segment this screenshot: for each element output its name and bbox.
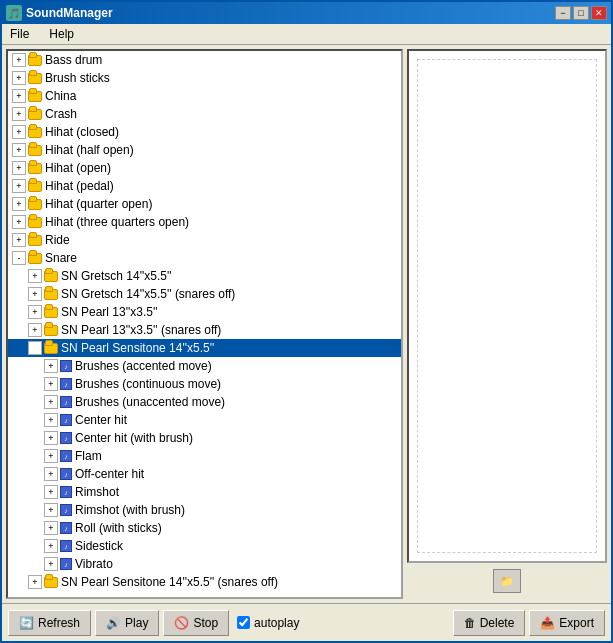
play-button[interactable]: 🔊 Play — [95, 610, 159, 636]
tree-expand-2[interactable]: + — [12, 71, 26, 85]
tree-label-15: SN Pearl 13''x3.5'' — [61, 305, 158, 319]
right-panel: 📁 — [407, 49, 607, 599]
tree-item-30[interactable]: +SN Pearl Sensitone 14''x5.5'' (snares o… — [8, 573, 401, 591]
menu-file[interactable]: File — [6, 26, 33, 42]
tree-item-25[interactable]: +♪Rimshot — [8, 483, 401, 501]
tree-label-8: Hihat (pedal) — [45, 179, 114, 193]
autoplay-checkbox[interactable] — [237, 616, 250, 629]
tree-label-16: SN Pearl 13''x3.5'' (snares off) — [61, 323, 221, 337]
tree-item-14[interactable]: +SN Gretsch 14''x5.5'' (snares off) — [8, 285, 401, 303]
tree-expand-29[interactable]: + — [44, 557, 58, 571]
tree-expand-21[interactable]: + — [44, 413, 58, 427]
tree-expand-28[interactable]: + — [44, 539, 58, 553]
maximize-button[interactable]: □ — [573, 6, 589, 20]
tree-item-28[interactable]: +♪Sidestick — [8, 537, 401, 555]
tree-item-24[interactable]: +♪Off-center hit — [8, 465, 401, 483]
tree-item-3[interactable]: +China — [8, 87, 401, 105]
minimize-button[interactable]: − — [555, 6, 571, 20]
tree-label-18: Brushes (accented move) — [75, 359, 212, 373]
tree-item-15[interactable]: +SN Pearl 13''x3.5'' — [8, 303, 401, 321]
sound-icon-20: ♪ — [60, 396, 72, 408]
menu-bar: File Help — [2, 24, 611, 45]
folder-icon-17 — [44, 343, 58, 354]
tree-item-7[interactable]: +Hihat (open) — [8, 159, 401, 177]
tree-item-27[interactable]: +♪Roll (with sticks) — [8, 519, 401, 537]
tree-expand-4[interactable]: + — [12, 107, 26, 121]
tree-expand-5[interactable]: + — [12, 125, 26, 139]
preview-box — [407, 49, 607, 563]
tree-item-4[interactable]: +Crash — [8, 105, 401, 123]
sound-icon-19: ♪ — [60, 378, 72, 390]
main-window: 🎵 SoundManager − □ ✕ File Help +Bass dru… — [0, 0, 613, 643]
tree-item-8[interactable]: +Hihat (pedal) — [8, 177, 401, 195]
tree-expand-20[interactable]: + — [44, 395, 58, 409]
tree-label-27: Roll (with sticks) — [75, 521, 162, 535]
tree-expand-27[interactable]: + — [44, 521, 58, 535]
close-button[interactable]: ✕ — [591, 6, 607, 20]
tree-expand-8[interactable]: + — [12, 179, 26, 193]
tree-label-29: Vibrato — [75, 557, 113, 571]
tree-expand-10[interactable]: + — [12, 215, 26, 229]
tree-expand-25[interactable]: + — [44, 485, 58, 499]
tree-label-20: Brushes (unaccented move) — [75, 395, 225, 409]
tree-expand-30[interactable]: + — [28, 575, 42, 589]
tree-item-26[interactable]: +♪Rimshot (with brush) — [8, 501, 401, 519]
tree-item-5[interactable]: +Hihat (closed) — [8, 123, 401, 141]
tree-label-30: SN Pearl Sensitone 14''x5.5'' (snares of… — [61, 575, 278, 589]
tree-expand-3[interactable]: + — [12, 89, 26, 103]
tree-item-22[interactable]: +♪Center hit (with brush) — [8, 429, 401, 447]
tree-item-10[interactable]: +Hihat (three quarters open) — [8, 213, 401, 231]
tree-panel[interactable]: +Bass drum+Brush sticks+China+Crash+Hiha… — [6, 49, 403, 599]
sound-icon-27: ♪ — [60, 522, 72, 534]
menu-help[interactable]: Help — [45, 26, 78, 42]
tree-item-29[interactable]: +♪Vibrato — [8, 555, 401, 573]
tree-item-20[interactable]: +♪Brushes (unaccented move) — [8, 393, 401, 411]
tree-expand-12[interactable]: - — [12, 251, 26, 265]
tree-expand-13[interactable]: + — [28, 269, 42, 283]
tree-item-17[interactable]: -SN Pearl Sensitone 14''x5.5'' — [8, 339, 401, 357]
tree-expand-16[interactable]: + — [28, 323, 42, 337]
sound-icon-29: ♪ — [60, 558, 72, 570]
tree-item-21[interactable]: +♪Center hit — [8, 411, 401, 429]
folder-icon-1 — [28, 55, 42, 66]
tree-expand-24[interactable]: + — [44, 467, 58, 481]
tree-expand-7[interactable]: + — [12, 161, 26, 175]
tree-expand-23[interactable]: + — [44, 449, 58, 463]
tree-expand-9[interactable]: + — [12, 197, 26, 211]
tree-item-1[interactable]: +Bass drum — [8, 51, 401, 69]
delete-button[interactable]: 🗑 Delete — [453, 610, 526, 636]
tree-expand-19[interactable]: + — [44, 377, 58, 391]
sound-icon-24: ♪ — [60, 468, 72, 480]
tree-item-6[interactable]: +Hihat (half open) — [8, 141, 401, 159]
tree-item-2[interactable]: +Brush sticks — [8, 69, 401, 87]
refresh-button[interactable]: 🔄 Refresh — [8, 610, 91, 636]
tree-expand-18[interactable]: + — [44, 359, 58, 373]
title-bar: 🎵 SoundManager − □ ✕ — [2, 2, 611, 24]
tree-expand-11[interactable]: + — [12, 233, 26, 247]
tree-label-9: Hihat (quarter open) — [45, 197, 152, 211]
sound-icon-18: ♪ — [60, 360, 72, 372]
tree-item-23[interactable]: +♪Flam — [8, 447, 401, 465]
tree-item-11[interactable]: +Ride — [8, 231, 401, 249]
tree-expand-22[interactable]: + — [44, 431, 58, 445]
tree-item-19[interactable]: +♪Brushes (continuous move) — [8, 375, 401, 393]
tree-item-18[interactable]: +♪Brushes (accented move) — [8, 357, 401, 375]
export-button[interactable]: 📤 Export — [529, 610, 605, 636]
tree-expand-15[interactable]: + — [28, 305, 42, 319]
tree-item-13[interactable]: +SN Gretsch 14''x5.5'' — [8, 267, 401, 285]
tree-expand-1[interactable]: + — [12, 53, 26, 67]
folder-icon-11 — [28, 235, 42, 246]
tree-expand-17[interactable]: - — [28, 341, 42, 355]
tree-expand-26[interactable]: + — [44, 503, 58, 517]
tree-item-9[interactable]: +Hihat (quarter open) — [8, 195, 401, 213]
folder-nav-button[interactable]: 📁 — [493, 569, 521, 593]
tree-item-16[interactable]: +SN Pearl 13''x3.5'' (snares off) — [8, 321, 401, 339]
stop-button[interactable]: 🚫 Stop — [163, 610, 229, 636]
tree-expand-6[interactable]: + — [12, 143, 26, 157]
tree-label-19: Brushes (continuous move) — [75, 377, 221, 391]
tree-label-6: Hihat (half open) — [45, 143, 134, 157]
folder-icon-12 — [28, 253, 42, 264]
tree-label-24: Off-center hit — [75, 467, 144, 481]
tree-item-12[interactable]: -Snare — [8, 249, 401, 267]
tree-expand-14[interactable]: + — [28, 287, 42, 301]
